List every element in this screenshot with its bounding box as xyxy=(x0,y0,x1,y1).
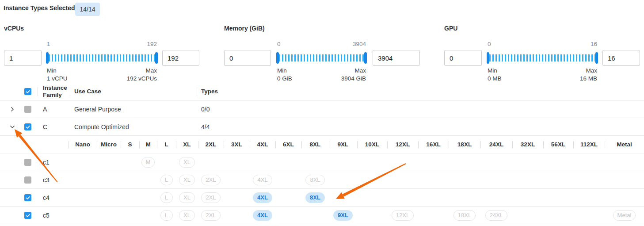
checkbox-disabled[interactable] xyxy=(24,159,31,166)
checkbox-disabled[interactable] xyxy=(24,106,31,113)
size-badge-c3-xl[interactable]: XL xyxy=(179,175,195,185)
select-all-checkbox[interactable] xyxy=(24,88,31,95)
size-badge-c3-4xl[interactable]: 4XL xyxy=(253,175,272,185)
gpu-min-input[interactable] xyxy=(444,50,482,66)
size-badge-c5-9xl[interactable]: 9XL xyxy=(333,210,353,221)
memory-range-slider[interactable]: 0 3904 Min 0 GiB Max 3904 GiB xyxy=(277,50,366,66)
slider-max-detail: 3904 GiB xyxy=(341,75,366,83)
slider-min-handle[interactable] xyxy=(487,52,489,64)
size-badge-c5-24xl[interactable]: 24XL xyxy=(485,210,507,221)
size-column-header-4xl: 4XL xyxy=(250,136,275,153)
size-badge-c4-2xl[interactable]: 2XL xyxy=(201,192,220,203)
size-badge-c5-12xl[interactable]: 12XL xyxy=(392,210,414,221)
size-badge-c5-metal[interactable]: Metal xyxy=(613,210,636,221)
types-count: 4/4 xyxy=(197,123,644,130)
size-badge-c5-xl[interactable]: XL xyxy=(179,210,195,221)
size-column-header-12xl: 12XL xyxy=(387,136,418,153)
slider-range-max-label: 16 xyxy=(591,41,597,47)
use-case: General Purpose xyxy=(70,106,197,113)
size-badge-c5-l[interactable]: L xyxy=(160,210,173,221)
vcpus-min-input[interactable] xyxy=(4,50,42,66)
size-header-row: NanoMicroSMLXL2XL3XL4XL6XL8XL9XL10XL12XL… xyxy=(0,136,644,153)
size-column-header-micro: Micro xyxy=(97,136,121,153)
size-column-header-112xl: 112XL xyxy=(573,136,605,153)
checkbox-checked[interactable] xyxy=(24,212,31,219)
slider-min-detail: 0 GiB xyxy=(277,75,292,83)
family-row-C: CCompute Optimized4/4 xyxy=(0,118,644,136)
size-column-header-6xl: 6XL xyxy=(275,136,301,153)
gpu-range-slider[interactable]: 0 16 Min 0 MB Max 16 MB xyxy=(488,50,597,66)
slider-min-handle[interactable] xyxy=(276,52,279,64)
types-count: 0/0 xyxy=(197,106,644,113)
size-badge-c1-m[interactable]: M xyxy=(141,157,155,168)
size-badge-c3-2xl[interactable]: 2XL xyxy=(201,175,220,185)
collapse-chevron-icon[interactable] xyxy=(9,123,16,130)
instance-type-filter-panel: Instance Types Selected: 14/14 vCPUs 1 1… xyxy=(0,0,644,226)
memory-min-input[interactable] xyxy=(224,50,271,66)
filter-title: vCPUs xyxy=(4,25,24,32)
size-badge-c4-xl[interactable]: XL xyxy=(179,192,195,203)
size-badge-c5-4xl[interactable]: 4XL xyxy=(253,210,272,221)
filter-title: GPU xyxy=(444,25,457,32)
column-header-use-case: Use Case xyxy=(70,88,197,95)
column-header-instance-family: Instance Family xyxy=(38,84,70,99)
slider-track[interactable] xyxy=(279,54,364,61)
slider-track[interactable] xyxy=(489,54,595,61)
size-column-header-xl: XL xyxy=(176,136,198,153)
memory-max-input[interactable] xyxy=(373,50,420,66)
slider-max-handle[interactable] xyxy=(595,52,598,64)
slider-track[interactable] xyxy=(49,54,155,61)
size-badge-c5-18xl[interactable]: 18XL xyxy=(453,210,476,221)
selected-count-label: Instance Types Selected: xyxy=(4,4,77,11)
vcpus-max-input[interactable] xyxy=(162,50,199,66)
family-name: C xyxy=(38,123,70,130)
selected-count-badge: 14/14 xyxy=(75,3,100,16)
size-badge-c4-8xl[interactable]: 8XL xyxy=(305,192,325,203)
checkbox-checked[interactable] xyxy=(24,123,31,130)
checkbox-checked[interactable] xyxy=(24,194,31,201)
size-badge-c3-8xl[interactable]: 8XL xyxy=(305,175,324,185)
slider-min-caption: Min xyxy=(47,67,68,75)
instance-row-c1: c1MXL xyxy=(0,153,644,171)
size-column-header-s: S xyxy=(121,136,139,153)
slider-max-caption: Max xyxy=(341,67,366,75)
slider-range-min-label: 0 xyxy=(488,41,491,47)
instance-row-c4: c4LXL2XL4XL8XL xyxy=(0,189,644,207)
size-column-header-18xl: 18XL xyxy=(449,136,480,153)
size-column-header-16xl: 16XL xyxy=(418,136,449,153)
size-badge-c1-xl[interactable]: XL xyxy=(179,157,195,168)
size-badge-c4-l[interactable]: L xyxy=(160,192,173,203)
family-name: A xyxy=(38,106,70,113)
size-column-header-2xl: 2XL xyxy=(198,136,224,153)
gpu-max-input[interactable] xyxy=(602,50,640,66)
slider-range-max-label: 192 xyxy=(147,41,157,47)
instance-name: c1 xyxy=(38,159,69,166)
table-header-row: Instance Family Use Case Types xyxy=(0,83,644,100)
size-badge-c3-l[interactable]: L xyxy=(160,175,173,185)
size-badge-c4-4xl[interactable]: 4XL xyxy=(253,192,272,203)
size-column-header-m: M xyxy=(139,136,157,153)
slider-range-max-label: 3904 xyxy=(353,41,366,47)
family-row-A: AGeneral Purpose0/0 xyxy=(0,100,644,118)
slider-max-handle[interactable] xyxy=(364,52,367,64)
filter-vcpus: vCPUs 1 192 Min 1 vCPU Max xyxy=(4,25,199,79)
slider-min-handle[interactable] xyxy=(46,52,49,64)
checkbox-disabled[interactable] xyxy=(24,176,31,184)
filter-memory: Memory (GiB) 0 3904 Min 0 GiB Max xyxy=(224,25,420,79)
slider-min-detail: 0 MB xyxy=(488,75,502,83)
use-case: Compute Optimized xyxy=(70,123,197,130)
expand-chevron-icon[interactable] xyxy=(9,106,16,113)
size-column-header-32xl: 32XL xyxy=(512,136,543,153)
size-column-header-56xl: 56XL xyxy=(543,136,573,153)
slider-max-caption: Max xyxy=(127,67,157,75)
size-badge-c5-2xl[interactable]: 2XL xyxy=(201,210,220,221)
slider-max-handle[interactable] xyxy=(155,52,158,64)
slider-max-detail: 16 MB xyxy=(580,75,597,83)
column-header-types: Types xyxy=(197,88,644,95)
slider-min-detail: 1 vCPU xyxy=(47,75,68,83)
size-column-header-nano: Nano xyxy=(69,136,97,153)
vcpus-range-slider[interactable]: 1 192 Min 1 vCPU Max 192 vCPUs xyxy=(47,50,157,66)
instance-name: c3 xyxy=(38,176,69,184)
instance-family-table: Instance Family Use Case Types AGeneral … xyxy=(0,83,644,224)
size-column-header-metal: Metal xyxy=(605,136,644,153)
